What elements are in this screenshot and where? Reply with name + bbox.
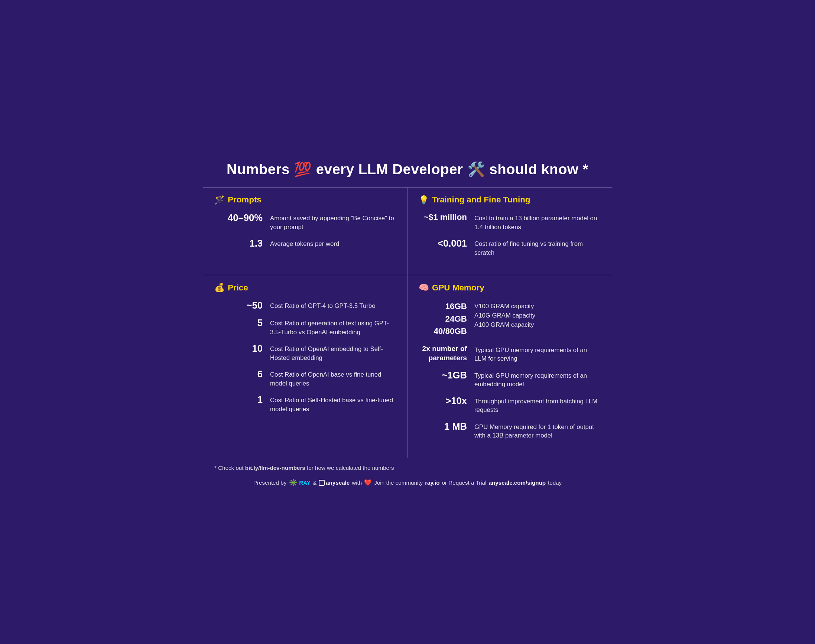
price-row-3: 10 Cost Ratio of OpenAI embedding to Sel… xyxy=(214,343,396,362)
gpu-desc-1gb: Typical GPU memory requirements of an em… xyxy=(474,370,601,389)
gpu-value-2x: 2x number ofparameters xyxy=(419,344,467,363)
price-value-2: 5 xyxy=(214,317,262,328)
ray-label: RAY xyxy=(299,480,310,486)
price-icon: 💰 xyxy=(214,283,225,293)
gpu-values-multi: 16GB 24GB 40/80GB xyxy=(419,300,467,337)
gpu-val-24: 24GB xyxy=(419,313,467,325)
price-desc-1: Cost Ratio of GPT-4 to GPT-3.5 Turbo xyxy=(270,300,376,310)
gpu-row-10x: >10x Throughput improvement from batchin… xyxy=(419,396,601,414)
or-text: or Request a Trial xyxy=(442,480,487,486)
prompt-value-1: 40–90% xyxy=(214,212,262,223)
price-title: 💰 Price xyxy=(214,283,396,293)
main-container: Numbers 💯 every LLM Developer 🛠️ should … xyxy=(203,150,612,494)
prompts-icon: 🪄 xyxy=(214,195,225,205)
gpu-desc-a100: A100 GRAM capacity xyxy=(474,320,535,330)
gpu-desc-v100: V100 GRAM capacity xyxy=(474,302,535,311)
page-title: Numbers 💯 every LLM Developer 🛠️ should … xyxy=(203,150,612,187)
gpu-row-1gb: ~1GB Typical GPU memory requirements of … xyxy=(419,370,601,389)
price-desc-4: Cost Ratio of OpenAI base vs fine tuned … xyxy=(270,369,396,388)
anyscale-logo: anyscale xyxy=(319,480,350,486)
gpu-row-2x: 2x number ofparameters Typical GPU memor… xyxy=(419,344,601,363)
gpu-title: 🧠 GPU Memory xyxy=(419,283,601,293)
prompt-row-2: 1.3 Average tokens per word xyxy=(214,238,396,249)
training-title: 💡 Training and Fine Tuning xyxy=(419,195,601,205)
ampersand: & xyxy=(313,480,316,486)
gpu-value-10x: >10x xyxy=(419,396,467,406)
training-value-1: ~$1 million xyxy=(419,212,467,222)
training-desc-2: Cost ratio of fine tuning vs training fr… xyxy=(474,238,601,257)
training-row-2: <0.001 Cost ratio of fine tuning vs trai… xyxy=(419,238,601,257)
footer-note-text: * Check out xyxy=(214,465,245,471)
price-desc-2: Cost Ratio of generation of text using G… xyxy=(270,317,396,336)
price-row-5: 1 Cost Ratio of Self-Hosted base vs fine… xyxy=(214,394,396,413)
anyscale-label: anyscale xyxy=(326,480,350,486)
price-row-4: 6 Cost Ratio of OpenAI base vs fine tune… xyxy=(214,369,396,388)
gpu-desc-10x: Throughput improvement from batching LLM… xyxy=(474,396,601,414)
gpu-section: 🧠 GPU Memory 16GB 24GB 40/80GB V100 GRAM… xyxy=(407,275,612,458)
gpu-val-16: 16GB xyxy=(419,300,467,313)
gpu-val-40: 40/80GB xyxy=(419,325,467,337)
footer-brand: Presented by ✳️ RAY & anyscale with ❤️ J… xyxy=(203,475,612,494)
gpu-row-multi: 16GB 24GB 40/80GB V100 GRAM capacity A10… xyxy=(419,300,601,337)
footer-note-text2: for how we calculated the numbers xyxy=(305,465,394,471)
gpu-desc-2x: Typical GPU memory requirements of an LL… xyxy=(474,344,601,363)
price-value-4: 6 xyxy=(214,369,262,380)
today-text: today xyxy=(548,480,562,486)
anyscale-signup-link[interactable]: anyscale.com/signup xyxy=(488,480,546,486)
with-label: with xyxy=(352,480,362,486)
gpu-row-1mb: 1 MB GPU Memory required for 1 token of … xyxy=(419,421,601,440)
presented-by-label: Presented by xyxy=(253,480,287,486)
prompts-title: 🪄 Prompts xyxy=(214,195,396,205)
prompts-section: 🪄 Prompts 40–90% Amount saved by appendi… xyxy=(203,187,407,275)
footer-link[interactable]: bit.ly/llm-dev-numbers xyxy=(245,465,305,471)
ray-io-link[interactable]: ray.io xyxy=(425,480,439,486)
prompt-value-2: 1.3 xyxy=(214,238,262,249)
ray-icon: ✳️ xyxy=(289,478,298,487)
training-icon: 💡 xyxy=(419,195,429,205)
price-value-1: ~50 xyxy=(214,300,262,311)
anyscale-box-icon xyxy=(319,480,325,486)
heart-icon: ❤️ xyxy=(364,479,372,486)
prompt-row-1: 40–90% Amount saved by appending "Be Con… xyxy=(214,212,396,232)
gpu-desc-a10g: A10G GRAM capacity xyxy=(474,311,535,320)
price-desc-3: Cost Ratio of OpenAI embedding to Self-H… xyxy=(270,343,396,362)
content-grid: 🪄 Prompts 40–90% Amount saved by appendi… xyxy=(203,187,612,458)
price-value-5: 1 xyxy=(214,394,262,405)
price-row-1: ~50 Cost Ratio of GPT-4 to GPT-3.5 Turbo xyxy=(214,300,396,311)
price-desc-5: Cost Ratio of Self-Hosted base vs fine-t… xyxy=(270,394,396,413)
training-desc-1: Cost to train a 13 billion parameter mod… xyxy=(474,212,601,232)
price-value-3: 10 xyxy=(214,343,262,354)
footer-note: * Check out bit.ly/llm-dev-numbers for h… xyxy=(203,458,612,475)
gpu-desc-multi: V100 GRAM capacity A10G GRAM capacity A1… xyxy=(474,300,535,330)
gpu-value-1gb: ~1GB xyxy=(419,370,467,381)
gpu-desc-1mb: GPU Memory required for 1 token of outpu… xyxy=(474,421,601,440)
gpu-value-1mb: 1 MB xyxy=(419,421,467,432)
prompt-desc-2: Average tokens per word xyxy=(270,238,339,248)
prompt-desc-1: Amount saved by appending "Be Concise" t… xyxy=(270,212,396,232)
price-row-2: 5 Cost Ratio of generation of text using… xyxy=(214,317,396,336)
training-row-1: ~$1 million Cost to train a 13 billion p… xyxy=(419,212,601,232)
ray-logo: ✳️ RAY xyxy=(289,478,310,487)
gpu-icon: 🧠 xyxy=(419,283,429,293)
price-section: 💰 Price ~50 Cost Ratio of GPT-4 to GPT-3… xyxy=(203,275,407,458)
training-section: 💡 Training and Fine Tuning ~$1 million C… xyxy=(407,187,612,275)
join-community-text: Join the community xyxy=(374,480,423,486)
training-value-2: <0.001 xyxy=(419,238,467,249)
